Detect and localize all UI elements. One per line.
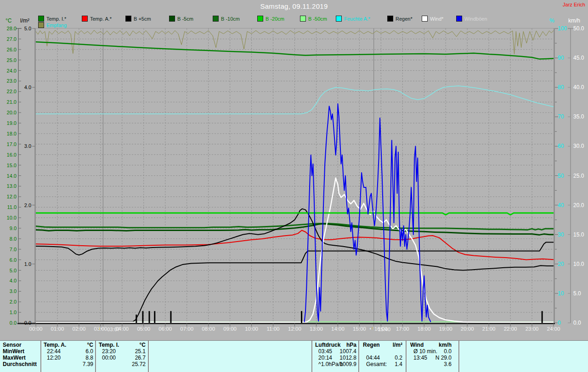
marker-time-label: 15:40 [378,327,391,332]
table-cell-value: 3.6 [410,361,452,367]
statistics-table: SensorMinWertMaxWertDurchschnittTemp. A.… [0,340,588,372]
table-cell-value: 1.4 [363,361,402,367]
table-column-unit: l/m² [363,342,402,348]
table-column-unit: km/h [410,342,452,348]
table-cell-value: 25.72 [99,361,146,367]
table-divider [458,341,460,372]
table-divider [406,341,407,372]
table-cell-value: 0.2 [363,355,402,361]
moonset-icon: ↓◗ [98,326,103,331]
table-cell-value: 1009.9 [315,361,356,367]
table-divider [95,341,96,372]
table-column-unit: hPa [315,342,356,348]
table-divider [40,341,42,372]
table-row-header: Durchschnitt [3,361,37,367]
table-row-header: Sensor [3,342,22,348]
table-cell-value: 7.39 [44,361,93,367]
table-row-header: MaxWert [3,355,26,361]
table-row-header: MinWert [3,349,24,355]
table-cell-value: 25.1 [99,349,146,355]
table-column-unit: °C [44,342,93,348]
table-cell-value: N 29.0 [410,355,452,361]
table-cell-value: 1012.8 [315,355,356,361]
table-cell-value: 8.8 [44,355,93,361]
table-cell-value [363,349,402,355]
moonrise-icon: ◖↑ [369,326,374,331]
table-divider [358,341,360,372]
table-cell-value: 6.0 [44,349,93,355]
table-divider [311,341,313,372]
table-cell-value: 0.0 [410,349,452,355]
table-cell-value: 26.7 [99,355,146,361]
marker-time-label: 03:07 [107,327,120,332]
table-divider [148,341,149,372]
table-column-unit: °C [99,342,146,348]
table-cell-value: 1007.4 [315,349,356,355]
time-markers: ↓◗03:07◖↑15:40 [0,0,588,340]
